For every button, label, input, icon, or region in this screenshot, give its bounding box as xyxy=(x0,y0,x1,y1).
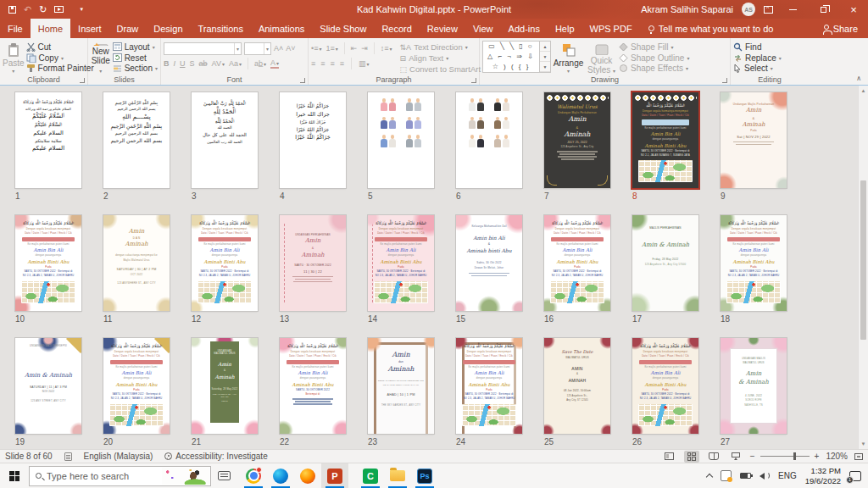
format-painter-button[interactable]: Format Painter xyxy=(26,63,94,74)
tab-design[interactable]: Design xyxy=(146,19,190,38)
slide-thumbnail-3[interactable]: ٱلْحَمْدُ لِلَّهِ رَبِّ ٱلْعَالَمِينَٱلْ… xyxy=(192,92,258,188)
slide-thumbnail-4[interactable]: جَزَاكُمُ ٱللَّهُ خَيْرًاجزاك الله خيراج… xyxy=(280,92,346,188)
columns-button[interactable]: ▥▾ xyxy=(359,59,370,68)
slide-thumbnail-15[interactable]: Keluarga Mohamad bin DolAmin bin Ali&Ami… xyxy=(456,215,522,311)
character-spacing-button[interactable]: AV▾ xyxy=(212,59,225,68)
strikethrough-button[interactable]: ab xyxy=(199,59,208,68)
tab-review[interactable]: Review xyxy=(420,19,465,38)
slide-thumbnail-24[interactable]: ٱلسَّلَامُ عَلَيْكُمْ وَرَحْمَةُ ٱللَّهِ… xyxy=(456,338,522,434)
shape-fill-button[interactable]: Shape Fill▾ xyxy=(619,42,689,53)
copy-button[interactable]: Copy▾ xyxy=(26,53,94,64)
reading-view-button[interactable] xyxy=(706,451,721,463)
gallery-more-icon[interactable]: ▼ xyxy=(540,62,550,72)
avatar[interactable]: AS xyxy=(742,3,755,16)
line-spacing-button[interactable]: ↕≡▾ xyxy=(381,44,392,53)
shape-outline-button[interactable]: Shape Outline▾ xyxy=(619,53,689,64)
tab-add-ins[interactable]: Add-ins xyxy=(501,19,548,38)
align-right-icon[interactable]: ≡ xyxy=(331,59,335,68)
taskbar-app-firefox[interactable] xyxy=(294,463,321,488)
align-left-icon[interactable]: ≡ xyxy=(311,59,315,68)
highlight-color-button[interactable]: ab̲▾ xyxy=(254,59,266,68)
tab-draw[interactable]: Draw xyxy=(109,19,147,38)
zoom-percentage[interactable]: 120% xyxy=(826,452,848,461)
proofing-status-icon[interactable] xyxy=(64,452,72,461)
gallery-down-icon[interactable]: ▼ xyxy=(540,52,550,62)
slide-thumbnail-25[interactable]: Save The DateWALIMATUL URUSAMIN&AMINAH08… xyxy=(544,338,610,434)
new-slide-button[interactable]: NewSlide ▾ xyxy=(91,41,111,75)
clock[interactable]: 1:32 PM 19/6/2022 xyxy=(805,466,841,486)
tray-expand-icon[interactable] xyxy=(706,474,713,480)
close-button[interactable]: × xyxy=(843,0,865,19)
taskbar-app-explorer[interactable] xyxy=(384,463,411,488)
user-name[interactable]: Akram Salihin Saparai xyxy=(641,4,733,14)
taskbar-app-camtasia[interactable]: C xyxy=(357,463,384,488)
collapse-ribbon-icon[interactable]: ∧ xyxy=(856,75,861,82)
quick-styles-button[interactable]: QuickStyles ▾ xyxy=(586,41,617,75)
layout-button[interactable]: Layout▾ xyxy=(113,42,158,53)
tab-slide-show[interactable]: Slide Show xyxy=(312,19,374,38)
zoom-in-icon[interactable]: + xyxy=(815,452,820,461)
slide-thumbnail-2[interactable]: بِسْمِ اللَّهِ الرَّحْمَٰنِ الرَّحِيمِبس… xyxy=(103,92,170,188)
slide-thumbnail-8[interactable]: ٱلسَّلَامُ عَلَيْكُمْ وَرَحْمَةُ ٱللَّهِ… xyxy=(632,92,698,188)
align-text-button[interactable]: ⊟Align Text▾ xyxy=(400,53,486,64)
start-from-beginning-icon[interactable] xyxy=(54,6,64,13)
zoom-slider-thumb[interactable] xyxy=(793,452,796,460)
font-dialog-launcher[interactable] xyxy=(300,78,305,83)
cut-button[interactable]: Cut xyxy=(26,42,94,53)
find-button[interactable]: Find xyxy=(733,42,806,53)
vertical-scrollbar[interactable]: ▲ ▼ xyxy=(858,86,868,449)
slide-thumbnail-20[interactable]: ٱلسَّلَامُ عَلَيْكُمْ وَرَحْمَةُ ٱللَّهِ… xyxy=(103,338,170,434)
taskbar-app-powerpoint[interactable]: P xyxy=(321,463,348,488)
reset-button[interactable]: Reset xyxy=(113,53,158,64)
scrollbar-up-icon[interactable]: ▲ xyxy=(859,86,868,96)
section-button[interactable]: Section▾ xyxy=(113,63,158,74)
font-color-button[interactable]: A▾ xyxy=(270,58,279,69)
slide-thumbnail-5[interactable] xyxy=(368,92,434,188)
tab-home[interactable]: Home xyxy=(31,19,70,38)
increase-indent-icon[interactable]: ⇥ xyxy=(361,44,368,53)
convert-to-smartart-button[interactable]: ⬚Convert to SmartArt▾ xyxy=(400,64,486,75)
tab-wps-pdf[interactable]: WPS PDF xyxy=(582,19,640,38)
paragraph-dialog-launcher[interactable] xyxy=(471,78,476,83)
share-button[interactable]: Share xyxy=(814,19,868,38)
slide-thumbnail-12[interactable]: ٱلسَّلَامُ عَلَيْكُمْ وَرَحْمَةُ ٱللَّهِ… xyxy=(192,215,258,311)
scrollbar-thumb[interactable] xyxy=(860,180,866,341)
speaker-icon[interactable] xyxy=(760,472,770,480)
shape-effects-button[interactable]: Shape Effects▾ xyxy=(619,63,689,74)
restore-button[interactable] xyxy=(812,0,834,19)
bullets-button[interactable]: •≡▾ xyxy=(311,44,321,53)
tab-record[interactable]: Record xyxy=(374,19,419,38)
undo-icon[interactable]: ↶ xyxy=(24,5,31,14)
change-case-button[interactable]: Aa▾ xyxy=(229,59,242,68)
customize-quick-access-icon[interactable]: ▾ xyxy=(71,6,83,13)
slide-thumbnail-26[interactable]: ٱلسَّلَامُ عَلَيْكُمْ وَرَحْمَةُ ٱللَّهِ… xyxy=(632,338,698,434)
arrange-button[interactable]: Arrange▾ xyxy=(553,41,584,75)
underline-button[interactable]: U xyxy=(180,59,186,68)
tell-me-box[interactable]: Tell me what you want to do xyxy=(640,19,782,38)
taskbar-search-box[interactable] xyxy=(29,466,211,486)
tab-insert[interactable]: Insert xyxy=(70,19,109,38)
slide-thumbnail-16[interactable]: ٱلسَّلَامُ عَلَيْكُمْ وَرَحْمَةُ ٱللَّهِ… xyxy=(544,215,610,311)
tab-help[interactable]: Help xyxy=(548,19,582,38)
slide-thumbnail-14[interactable]: ٱلسَّلَامُ عَلَيْكُمْ وَرَحْمَةُ ٱللَّهِ… xyxy=(368,215,434,311)
start-button[interactable] xyxy=(0,463,29,488)
save-icon[interactable] xyxy=(8,6,16,14)
slide-thumbnail-18[interactable]: ٱلسَّلَامُ عَلَيْكُمْ وَرَحْمَةُ ٱللَّهِ… xyxy=(721,215,787,311)
slide-thumbnail-10[interactable]: ٱلسَّلَامُ عَلَيْكُمْ وَرَحْمَةُ ٱللَّهِ… xyxy=(15,215,81,311)
slide-thumbnail-13[interactable]: UNDANGAN PERKAHWINANAmin&AminahSABTU · 3… xyxy=(280,215,346,311)
text-direction-button[interactable]: ⇅AText Direction▾ xyxy=(400,42,486,53)
replace-button[interactable]: Replace▾ xyxy=(733,53,806,64)
task-view-button[interactable] xyxy=(211,463,236,488)
font-size-combobox[interactable]: ▾ xyxy=(244,42,271,55)
scrollbar-down-icon[interactable]: ▼ xyxy=(859,439,868,449)
fit-to-window-icon[interactable] xyxy=(854,453,863,460)
slide-thumbnail-23[interactable]: AmindanAminahDENGAN PENUH SYUKUR MENGUND… xyxy=(368,338,434,434)
slide-thumbnail-1[interactable]: ٱلسَّلَامُ عَلَيْكُمْ وَرَحْمَةُ ٱللَّهِ… xyxy=(15,92,81,188)
tab-view[interactable]: View xyxy=(465,19,501,38)
action-center-icon[interactable]: 1 xyxy=(849,471,861,481)
decrease-indent-icon[interactable]: ⇤ xyxy=(351,44,358,53)
text-shadow-button[interactable]: S xyxy=(190,59,195,68)
taskbar-app-photoshop[interactable]: Ps xyxy=(411,463,438,488)
decrease-font-size-icon[interactable]: A˅ xyxy=(286,44,295,53)
drawing-dialog-launcher[interactable] xyxy=(722,78,727,83)
